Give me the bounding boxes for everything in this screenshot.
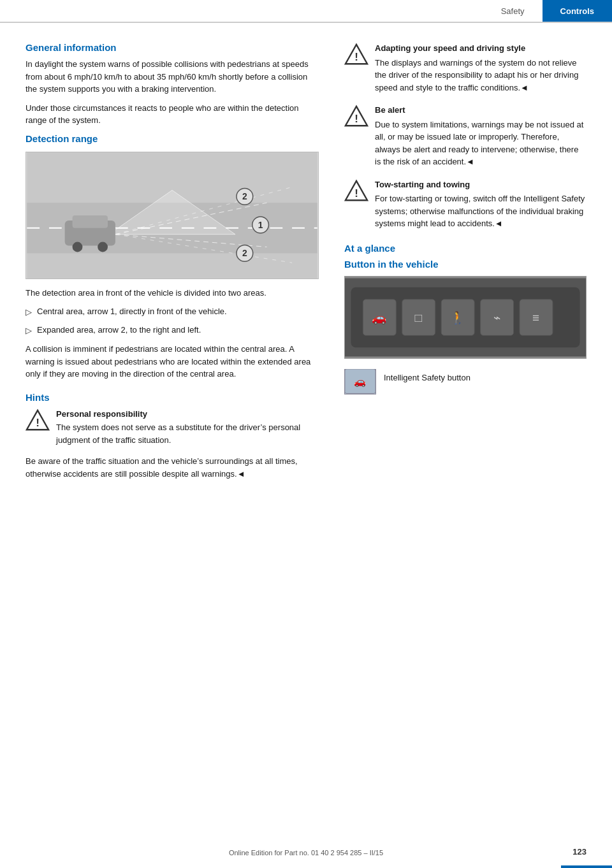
general-info-p2: Under those circumstances it reacts to p… [26,102,319,127]
hint1-text: The system does not serve as a substi­tu… [56,421,319,446]
page-number: 123 [572,847,586,857]
footer-text: Online Edition for Part no. 01 40 2 954 … [229,849,383,857]
svg-text:🚗: 🚗 [354,375,367,387]
header-tabs: Safety Controls [483,0,612,22]
button-in-vehicle-title: Button in the vehicle [344,259,586,270]
warning2-text: Due to system limitations, warnings may … [375,119,586,168]
list-item: ▷ Expanded area, arrow 2, to the right a… [26,324,319,337]
arrow-icon: ▷ [26,324,32,337]
svg-text:🚗: 🚗 [372,310,387,324]
tab-safety[interactable]: Safety [483,0,543,22]
detection-p1: The detection area in front of the vehic… [26,287,319,300]
hints-title: Hints [26,392,319,403]
svg-rect-9 [73,215,108,228]
detection-range-title: Detection range [26,133,319,144]
left-column: General information In daylight the syst… [26,42,319,486]
svg-text:!: ! [354,187,358,199]
hint-personal-responsibility: ! Personal responsibility The system doe… [26,408,319,447]
main-content: General information In daylight the syst… [0,23,612,499]
svg-point-11 [98,242,108,252]
svg-text:≡: ≡ [532,310,539,324]
svg-text:□: □ [415,310,423,324]
detection-bullets: ▷ Central area, arrow 1, directly in fro… [26,305,319,336]
warning-triangle-icon: ! [344,104,368,128]
hint2-text: Be aware of the traffic situation and th… [26,455,319,480]
warning3-title: Tow-starting and towing [375,178,586,191]
warning3-text: For tow-starting or towing, switch off t… [375,192,586,230]
footer: Online Edition for Part no. 01 40 2 954 … [0,849,612,857]
svg-text:1: 1 [258,219,263,229]
warning2-title: Be alert [375,104,586,117]
svg-point-10 [73,242,83,252]
svg-text:!: ! [36,416,40,428]
arrow-icon: ▷ [26,306,32,319]
detection-range-diagram: 1 2 2 [26,152,319,279]
general-info-p1: In daylight the system warns of possible… [26,58,319,96]
warning1-title: Adapting your speed and driving style [375,42,586,55]
warning1-text: The displays and warnings of the system … [375,57,586,94]
page-header: Safety Controls [0,0,612,23]
svg-text:2: 2 [242,248,247,258]
detection-p2: A collision is imminent if pedestrians a… [26,343,319,380]
isb-label: Intelligent Safety button [384,369,470,384]
hint1-title: Personal responsibility [56,408,319,421]
warning-adapting-speed: ! Adapting your speed and driving style … [344,42,586,94]
warning-be-alert: ! Be alert Due to system limitations, wa… [344,104,586,168]
intelligent-safety-button-row: 🚗 Intelligent Safety button [344,369,586,394]
footer-accent-line [561,865,612,868]
svg-text:2: 2 [242,191,247,201]
list-item: ▷ Central area, arrow 1, directly in fro… [26,305,319,319]
at-glance-section: At a glance Button in the vehicle 🚗 [344,243,586,394]
vehicle-button-panel-image: 🚗 □ 🚶 ⌁ ≡ [344,276,586,359]
svg-text:⌁: ⌁ [493,310,500,324]
svg-text:!: ! [354,51,358,63]
hints-section: Hints ! Personal responsibility The syst… [26,392,319,481]
general-information-title: General information [26,42,319,53]
warning-triangle-icon: ! [344,178,368,203]
svg-text:!: ! [354,113,358,125]
svg-text:🚶: 🚶 [450,310,465,324]
warning-triangle-icon: ! [344,42,368,66]
warning-triangle-icon: ! [26,408,50,432]
at-glance-title: At a glance [344,243,586,254]
isb-icon: 🚗 [344,369,376,394]
tab-controls[interactable]: Controls [543,0,612,22]
right-column: ! Adapting your speed and driving style … [344,42,586,486]
warning-tow-starting: ! Tow-starting and towing For tow-starti… [344,178,586,230]
